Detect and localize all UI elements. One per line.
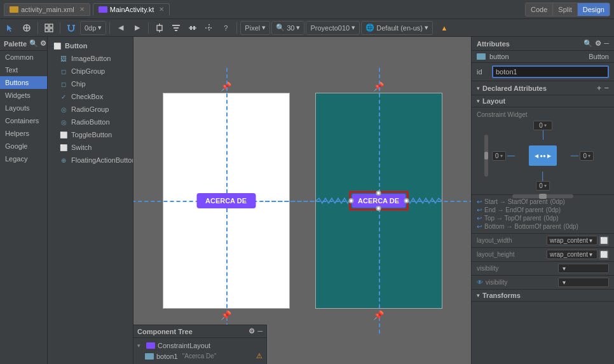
visibility-dropdown-2[interactable]: ▾ — [558, 278, 609, 287]
move-icon — [155, 24, 164, 32]
constraint-top-field[interactable]: 0 ▾ — [533, 121, 552, 130]
zoom-icon-sym: 🔍 — [276, 24, 285, 32]
palette-section-legacy[interactable]: Legacy — [0, 152, 47, 165]
warning-button[interactable]: ▲ — [437, 21, 452, 35]
palette-section-buttons[interactable]: Buttons — [0, 76, 47, 89]
button-selection-box[interactable]: ACERCA DE — [349, 191, 408, 210]
pan-tool-button[interactable] — [19, 21, 34, 35]
imagebutton-icon: 🖼 — [59, 54, 68, 63]
tab-main-activity-close[interactable]: ✕ — [159, 6, 164, 13]
palette-section-helpers[interactable]: Helpers — [0, 127, 47, 140]
tree-minimize-icon[interactable]: ─ — [257, 327, 263, 335]
palette-section-common[interactable]: Common — [0, 51, 47, 64]
button-icon: ⬜ — [53, 41, 62, 50]
code-button[interactable]: Code — [526, 3, 553, 16]
attr-id-input[interactable] — [492, 65, 609, 78]
constraint-vertical-slider[interactable] — [484, 135, 488, 177]
remove-attribute-button[interactable]: − — [604, 83, 609, 93]
constraint-right-field[interactable]: 0 ▾ — [580, 151, 594, 161]
palette-section-widgets[interactable]: Widgets — [0, 89, 47, 102]
move-icon-button[interactable] — [152, 21, 167, 35]
layout-width-dropdown[interactable]: wrap_content ▾ — [547, 236, 597, 245]
svg-rect-4 — [45, 24, 48, 27]
layout-height-extra-btn[interactable]: ⬜ — [599, 250, 609, 260]
tree-warning-icon: ⚠ — [256, 352, 263, 360]
constraint-bottom-line — [543, 172, 543, 181]
list-item-fab[interactable]: ⊕ FloatingActionButton — [48, 154, 133, 166]
slider-handle-h-icon — [539, 194, 547, 199]
constraint-horizontal-slider[interactable] — [512, 194, 573, 198]
tab-activity-main[interactable]: activity_main.xml ✕ — [4, 3, 90, 16]
transforms-section[interactable]: ▾ Transforms — [472, 290, 614, 302]
list-item-imagebutton[interactable]: 🖼 ImageButton — [48, 52, 133, 65]
handle-top[interactable] — [376, 191, 381, 196]
handle-right[interactable] — [404, 198, 409, 203]
help-icon-button[interactable]: ? — [218, 21, 233, 35]
palette-search-icon[interactable]: 🔍 — [29, 39, 38, 48]
tab-activity-main-close[interactable]: ✕ — [79, 6, 85, 13]
handle-bottom[interactable] — [376, 206, 381, 211]
svg-rect-17 — [190, 26, 192, 30]
layout-section[interactable]: ▾ Layout — [472, 95, 614, 107]
magnet-button[interactable] — [64, 21, 79, 35]
tab-main-activity[interactable]: MainActivity.kt ✕ — [93, 3, 170, 16]
attr-id-row: id — [472, 63, 614, 81]
prev-button[interactable]: ◀ — [113, 21, 128, 35]
constraint-start-icon: ↩ — [477, 198, 482, 205]
list-item-button[interactable]: ⬜ Button — [48, 39, 133, 52]
guidelines-button[interactable] — [201, 21, 217, 35]
palette-section-google[interactable]: Google — [0, 140, 47, 152]
list-item-radiogroup[interactable]: ◎ RadioGroup — [48, 103, 133, 116]
constraint-left-field[interactable]: 0 ▾ — [492, 151, 506, 161]
handle-left[interactable] — [348, 198, 353, 203]
design-button[interactable]: Design — [578, 3, 610, 16]
list-item-switch[interactable]: ⬜ Switch — [48, 141, 133, 154]
layout-width-row: layout_width wrap_content ▾ ⬜ — [472, 234, 614, 248]
palette-section-text[interactable]: Text — [0, 64, 47, 76]
canvas-button-left[interactable]: ACERCA DE — [196, 193, 256, 208]
tab-main-activity-label: MainActivity.kt — [110, 6, 154, 13]
svg-rect-7 — [50, 29, 53, 32]
tree-gear-icon[interactable]: ⚙ — [249, 327, 255, 335]
list-item-chipgroup[interactable]: ◻ ChipGroup — [48, 65, 133, 78]
list-item-checkbox[interactable]: ✓ CheckBox — [48, 90, 133, 103]
locale-label: Default (en-us) — [376, 24, 423, 32]
attr-header: Attributes 🔍 ⚙ ─ — [472, 37, 614, 51]
constraint-start-value: (0dp) — [550, 198, 564, 205]
locale-dropdown[interactable]: 🌐 Default (en-us) ▾ — [361, 21, 433, 35]
constraint-widget-container: Constraint Widget 0 ▾ — [472, 107, 614, 195]
zoom-dropdown[interactable]: 🔍 30 ▾ — [271, 21, 304, 35]
tree-item-boton1[interactable]: boton1 "Acerca De" ⚠ — [133, 351, 266, 361]
project-dropdown[interactable]: Proyecto010 ▾ — [306, 21, 360, 35]
pixel-dropdown[interactable]: Pixel ▾ — [240, 21, 270, 35]
constraint-right-value: 0 — [583, 152, 587, 159]
split-button[interactable]: Split — [553, 3, 577, 16]
attr-gear-icon[interactable]: ⚙ — [595, 39, 601, 48]
add-attribute-button[interactable]: + — [597, 83, 602, 93]
palette-section-layouts[interactable]: Layouts — [0, 102, 47, 114]
constraint-bottom-field[interactable]: 0 ▾ — [536, 181, 550, 191]
align-button[interactable] — [168, 21, 184, 35]
list-item-togglebutton[interactable]: ⬜ ToggleButton — [48, 128, 133, 141]
select-tool-button[interactable] — [3, 21, 18, 35]
zoom-fit-button[interactable] — [41, 21, 57, 35]
constraint-left-group: 0 ▾ — [492, 151, 515, 161]
distribute-button[interactable] — [185, 21, 200, 35]
layout-width-extra-btn[interactable]: ⬜ — [599, 236, 609, 246]
constraint-left-chevron: ▾ — [500, 153, 503, 159]
attr-search-icon[interactable]: 🔍 — [583, 39, 592, 48]
canvas-body[interactable]: 📌 ACERCA DE 📌 📌 — [133, 37, 471, 364]
chip-icon: ◻ — [59, 79, 68, 88]
attr-close-icon[interactable]: ─ — [604, 39, 609, 48]
palette-section-containers[interactable]: Containers — [0, 114, 47, 127]
list-item-radiobutton[interactable]: ◎ RadioButton — [48, 116, 133, 128]
next-button[interactable]: ▶ — [130, 21, 145, 35]
canvas-button-right[interactable]: ACERCA DE — [351, 194, 406, 208]
layout-height-dropdown[interactable]: wrap_content ▾ — [547, 250, 597, 259]
offset-dropdown[interactable]: 0dp ▾ — [80, 21, 106, 35]
tree-item-constraint-layout[interactable]: ▾ ConstraintLayout — [133, 340, 266, 351]
visibility-dropdown-1[interactable]: ▾ — [558, 264, 609, 273]
declared-attributes-section[interactable]: ▾ Declared Attributes + − — [472, 81, 614, 95]
palette-gear-icon[interactable]: ⚙ — [40, 39, 46, 48]
list-item-chip[interactable]: ◻ Chip — [48, 78, 133, 90]
